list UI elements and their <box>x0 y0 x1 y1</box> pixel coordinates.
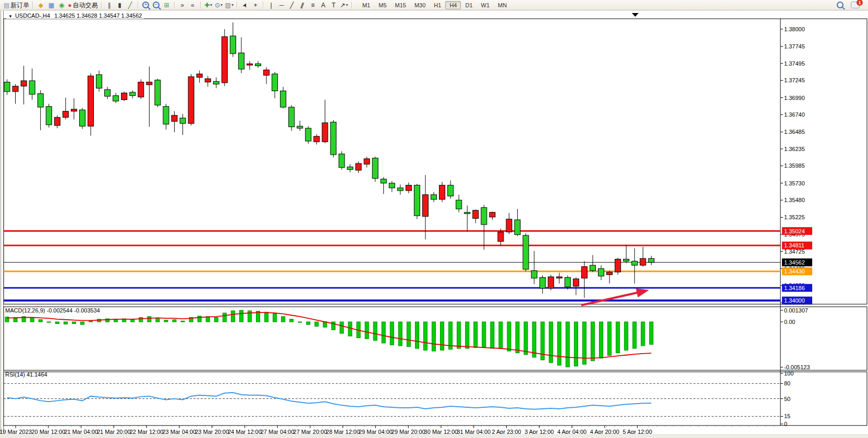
chart-shift-marker[interactable] <box>632 13 639 17</box>
autotrade-button: ● <box>68 1 71 9</box>
svg-text:1.37245: 1.37245 <box>784 77 805 83</box>
timeframe-w1[interactable]: W1 <box>477 1 494 9</box>
line-chart-icon: ╱ <box>128 1 132 9</box>
vertical-line-icon[interactable]: | <box>267 1 275 9</box>
tile-windows-icon[interactable]: ⊞ <box>163 1 171 9</box>
timeframe-m5[interactable]: M5 <box>374 1 390 9</box>
period-icon[interactable]: ⊙▾ <box>215 1 223 9</box>
timeframe-m15[interactable]: M15 <box>391 1 410 9</box>
zoom-in-icon[interactable]: + <box>142 1 150 9</box>
svg-text:1.35730: 1.35730 <box>784 180 805 186</box>
horizontal-line-icon[interactable]: ─ <box>277 1 286 9</box>
zoom-out-icon: − <box>153 2 160 8</box>
text-icon[interactable]: A <box>319 1 327 9</box>
svg-text:1.34186: 1.34186 <box>784 285 805 291</box>
new-order-button[interactable]: ▤新订单 <box>4 1 29 9</box>
svg-text:80: 80 <box>784 380 790 386</box>
svg-text:0.001307: 0.001307 <box>784 307 808 314</box>
timeframe-m30[interactable]: M30 <box>410 1 430 9</box>
svg-text:1.34430: 1.34430 <box>784 268 805 274</box>
svg-text:1.35024: 1.35024 <box>784 228 805 234</box>
main-pane[interactable] <box>4 19 867 304</box>
crosshair-icon[interactable]: + <box>251 1 260 9</box>
fibonacci-icon: ≡ <box>311 1 314 9</box>
arrows-icon-dropdown: ▾ <box>346 1 348 9</box>
period-icon-dropdown: ▾ <box>221 1 223 9</box>
svg-text:1.36485: 1.36485 <box>784 129 805 135</box>
cursor-icon: ➤ <box>240 1 250 9</box>
toolbar-separator <box>263 2 264 9</box>
auto-scroll-icon[interactable]: » <box>178 1 187 9</box>
horizontal-line-icon: ─ <box>279 1 284 9</box>
macd-label: MACD(12,26,9) -0.002544 -0.003534 <box>5 307 100 314</box>
signal-icon[interactable]: ◉ <box>57 1 66 9</box>
line-chart-icon[interactable]: ╱ <box>126 1 135 9</box>
window-bottom-edge <box>0 434 868 438</box>
candlestick-chart-icon: ▮ <box>118 1 121 9</box>
cursor-icon[interactable]: ➤ <box>241 1 249 9</box>
svg-text:1.36740: 1.36740 <box>784 111 805 118</box>
equidistant-channel-icon[interactable]: ∥ <box>298 1 307 9</box>
toolbar-separator <box>200 2 201 9</box>
new-order-button: ▤ <box>4 1 9 9</box>
timeframe-bar: M1M5M15M30H1H4D1W1MN <box>358 1 511 9</box>
svg-text:1.36235: 1.36235 <box>784 146 805 152</box>
add-indicator-icon[interactable]: ✚▾ <box>204 1 213 9</box>
template-icon[interactable]: ▧▾ <box>225 1 234 9</box>
toolbar-separator <box>101 2 102 9</box>
toolbar-separator <box>32 2 33 9</box>
arrows-icon[interactable]: ↗▾ <box>340 1 348 9</box>
timeframe-d1[interactable]: D1 <box>461 1 476 9</box>
chart-titlebar[interactable]: ▼USDCAD-,H41.34625 1.34628 1.34547 1.345… <box>6 12 144 19</box>
eraser-icon[interactable]: ◆ <box>36 1 45 9</box>
text-label-icon: T <box>332 1 335 9</box>
equidistant-channel-icon: ∥ <box>299 1 305 9</box>
add-indicator-icon-dropdown: ▾ <box>210 1 212 9</box>
bar-chart-icon[interactable]: ∥ <box>105 1 114 9</box>
candlestick-chart-icon[interactable]: ▮ <box>116 1 124 9</box>
svg-text:1.35985: 1.35985 <box>784 162 805 169</box>
svg-text:1.36990: 1.36990 <box>784 95 805 101</box>
svg-text:1.38000: 1.38000 <box>784 26 805 32</box>
eraser-icon: ◆ <box>39 1 43 9</box>
trendline-icon[interactable]: ╱ <box>288 1 296 9</box>
arrows-icon: ↗ <box>340 1 345 9</box>
chart-window: ▼USDCAD-,H41.34625 1.34628 1.34547 1.345… <box>0 11 868 438</box>
fibonacci-icon[interactable]: ≡ <box>309 1 317 9</box>
market-watch-icon: ▦ <box>48 1 54 9</box>
autotrade-button-label: 自动交易 <box>73 1 98 9</box>
svg-text:1.37745: 1.37745 <box>784 43 805 49</box>
timeframe-m1[interactable]: M1 <box>358 1 374 9</box>
vertical-line-icon: | <box>270 1 272 9</box>
svg-text:1.34000: 1.34000 <box>784 297 805 304</box>
svg-text:50: 50 <box>784 396 790 402</box>
svg-text:1.34811: 1.34811 <box>784 242 804 248</box>
notifications-icon[interactable]: 1 <box>851 2 860 8</box>
collapse-arrow-icon[interactable]: ▼ <box>8 14 13 19</box>
svg-text:0: 0 <box>784 421 787 427</box>
search-icon[interactable] <box>837 2 843 8</box>
svg-text:15: 15 <box>784 413 790 419</box>
mt4-terminal: ▤新订单◆▦◉●自动交易∥▮╱+−⊞»«✚▾⊙▾▧▾➤+|─╱∥≡AT↗▾M1M… <box>0 0 868 438</box>
timeframe-h1[interactable]: H1 <box>430 1 445 9</box>
toolbar-separator <box>174 2 175 9</box>
main-toolbar: ▤新订单◆▦◉●自动交易∥▮╱+−⊞»«✚▾⊙▾▧▾➤+|─╱∥≡AT↗▾M1M… <box>0 0 868 10</box>
rsi-label: RSI(14) 41.1464 <box>5 371 47 378</box>
zoom-out-icon[interactable]: − <box>152 1 161 9</box>
chart-ohlc-readout: 1.34625 1.34628 1.34547 1.34562 <box>54 12 142 19</box>
text-label-icon[interactable]: T <box>329 1 338 9</box>
template-icon-dropdown: ▾ <box>231 1 234 9</box>
chart-shift-icon[interactable]: « <box>189 1 197 9</box>
zoom-in-icon: + <box>142 2 149 8</box>
template-icon: ▧ <box>225 1 231 9</box>
chart-canvas[interactable]: 1.380001.377451.374951.372451.369901.367… <box>0 11 868 438</box>
svg-text:1.37495: 1.37495 <box>784 60 805 67</box>
notification-badge: 1 <box>857 0 863 6</box>
text-icon: A <box>321 1 325 9</box>
signal-icon: ◉ <box>59 1 64 9</box>
timeframe-h4[interactable]: H4 <box>445 1 461 9</box>
tile-windows-icon: ⊞ <box>164 1 169 9</box>
market-watch-icon[interactable]: ▦ <box>47 1 55 9</box>
timeframe-mn[interactable]: MN <box>494 1 511 9</box>
autotrade-button[interactable]: ●自动交易 <box>68 1 97 9</box>
